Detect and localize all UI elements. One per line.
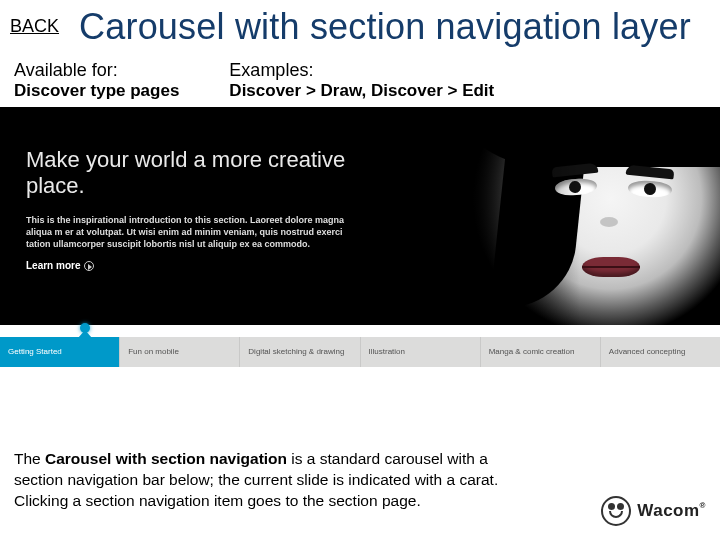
examples-label: Examples: (229, 60, 494, 81)
hero-headline: Make your world a more creative place. (26, 147, 346, 200)
hero-image-shape (628, 180, 673, 198)
section-nav: Getting Started Fun on mobile Digital sk… (0, 337, 720, 367)
meta-row: Available for: Discover type pages Examp… (0, 48, 720, 107)
nav-item-label: Digital sketching & drawing (248, 347, 344, 356)
slide: BACK Carousel with section navigation la… (0, 0, 720, 540)
header: BACK Carousel with section navigation la… (0, 0, 720, 48)
hero-text: Make your world a more creative place. T… (26, 147, 346, 273)
wacom-logo-icon (601, 496, 631, 526)
back-link[interactable]: BACK (10, 16, 59, 37)
carousel-mock: Make your world a more creative place. T… (0, 107, 720, 367)
nav-item-digital-sketching[interactable]: Digital sketching & drawing (240, 337, 360, 367)
examples-value: Discover > Draw, Discover > Edit (229, 81, 494, 101)
carat-row (0, 325, 720, 337)
hero-body: This is the inspirational introduction t… (26, 214, 346, 250)
available-label: Available for: (14, 60, 179, 81)
arrow-circle-icon (84, 261, 94, 271)
learn-more-label: Learn more (26, 260, 80, 271)
description: The Carousel with section navigation is … (14, 449, 514, 512)
learn-more-link[interactable]: Learn more (26, 260, 94, 271)
meta-examples: Examples: Discover > Draw, Discover > Ed… (229, 60, 494, 101)
nav-item-getting-started[interactable]: Getting Started (0, 337, 120, 367)
desc-lead: The (14, 450, 45, 467)
hero-image (460, 107, 720, 325)
carat-icon (78, 330, 92, 338)
nav-item-advanced-concepting[interactable]: Advanced concepting (601, 337, 720, 367)
nav-item-illustration[interactable]: Illustration (361, 337, 481, 367)
hero-image-shape (582, 257, 640, 277)
meta-available: Available for: Discover type pages (14, 60, 179, 101)
nav-item-manga-comic[interactable]: Manga & comic creation (481, 337, 601, 367)
nav-item-label: Manga & comic creation (489, 347, 575, 356)
nav-item-label: Advanced concepting (609, 347, 686, 356)
desc-bold: Carousel with section navigation (45, 450, 287, 467)
section-nav-wrap: Getting Started Fun on mobile Digital sk… (0, 325, 720, 367)
nav-item-label: Getting Started (8, 347, 62, 356)
nav-item-fun-on-mobile[interactable]: Fun on mobile (120, 337, 240, 367)
wacom-logo-text: Wacom® (637, 501, 706, 521)
nav-item-label: Fun on mobile (128, 347, 179, 356)
page-title: Carousel with section navigation layer (79, 6, 691, 48)
hero-image-shape (460, 107, 580, 325)
hero-image-shape (600, 217, 618, 227)
wacom-logo: Wacom® (601, 496, 706, 526)
nav-item-label: Illustration (369, 347, 405, 356)
available-value: Discover type pages (14, 81, 179, 101)
